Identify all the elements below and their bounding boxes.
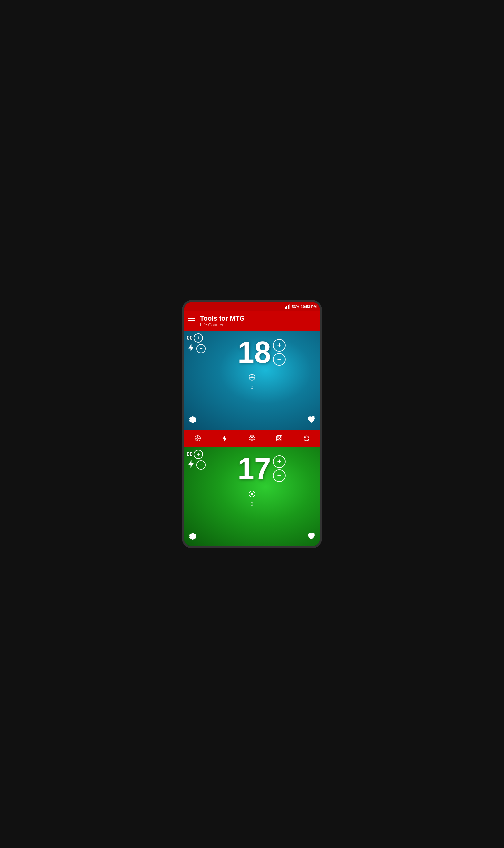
toolbar-dice-btn[interactable] xyxy=(273,432,286,445)
player2-panel: 00 + − 17 + − xyxy=(184,447,320,546)
player1-cmd-minus[interactable]: − xyxy=(196,344,206,353)
svg-point-21 xyxy=(251,437,253,439)
svg-point-30 xyxy=(251,493,253,495)
phone-frame: 53% 10:53 PM Tools for MTG Life Counter … xyxy=(182,300,322,548)
svg-point-27 xyxy=(279,438,280,439)
player1-token-icon[interactable] xyxy=(188,415,197,426)
player2-center-area: 0 xyxy=(248,490,256,507)
player2-poison: 0 xyxy=(251,501,253,507)
player1-life-area: 18 + − xyxy=(238,337,286,367)
player1-content: 00 + − 18 + − xyxy=(184,331,320,430)
svg-point-24 xyxy=(280,437,281,438)
player2-cmd-minus[interactable]: − xyxy=(196,460,206,470)
svg-point-13 xyxy=(191,418,194,421)
player1-bottom-bar xyxy=(184,413,320,428)
player2-lightning-icon xyxy=(187,460,195,470)
player2-cmd-count: 00 xyxy=(187,451,193,457)
player1-phyrexia-icon xyxy=(248,373,256,383)
svg-marker-0 xyxy=(188,344,193,351)
player1-life-minus[interactable]: − xyxy=(273,353,286,366)
player2-life-minus[interactable]: − xyxy=(273,469,286,482)
svg-point-15 xyxy=(197,438,198,439)
toolbar-phyrexia-btn[interactable] xyxy=(191,432,204,445)
player2-phyrexia-icon xyxy=(248,490,256,500)
app-title: Tools for MTG xyxy=(200,314,245,322)
player1-cmd-minus-row: − xyxy=(187,343,206,354)
player2-life-controls: + − xyxy=(273,455,286,482)
svg-point-25 xyxy=(277,439,278,440)
time-text: 10:53 PM xyxy=(301,305,317,309)
player1-cmd-count: 00 xyxy=(187,335,193,341)
hamburger-line xyxy=(188,323,195,324)
app-title-block: Tools for MTG Life Counter xyxy=(200,314,245,328)
player1-reset-icon[interactable] xyxy=(307,415,316,426)
player1-lightning-icon xyxy=(187,343,195,354)
toolbar-settings-btn[interactable] xyxy=(245,432,259,445)
player1-life: 18 xyxy=(238,337,271,367)
player1-life-controls: + − xyxy=(273,339,286,366)
player1-center-area: 0 xyxy=(248,373,256,390)
toolbar-refresh-btn[interactable] xyxy=(300,432,313,445)
svg-marker-28 xyxy=(188,460,193,468)
svg-point-23 xyxy=(277,437,278,438)
battery-text: 53% xyxy=(292,305,299,309)
player2-commander-area: 00 + − xyxy=(187,450,206,470)
hamburger-line xyxy=(188,320,195,321)
player2-cmd-minus-row: − xyxy=(187,460,206,470)
player2-reset-icon[interactable] xyxy=(307,532,316,543)
app-subtitle: Life Counter xyxy=(200,322,245,328)
toolbar-storm-btn[interactable] xyxy=(218,432,231,445)
player1-panel: 00 + − 18 + − xyxy=(184,331,320,430)
menu-button[interactable] xyxy=(188,318,195,324)
player2-cmd-count-row: 00 + xyxy=(187,450,203,459)
svg-point-26 xyxy=(280,439,281,440)
player2-life: 17 xyxy=(238,454,271,484)
player1-poison: 0 xyxy=(251,385,253,390)
svg-marker-20 xyxy=(223,435,227,441)
player2-bottom-bar xyxy=(184,530,320,545)
player1-cmd-count-row: 00 + xyxy=(187,333,203,343)
app-bar: Tools for MTG Life Counter xyxy=(184,311,320,331)
player2-cmd-plus[interactable]: + xyxy=(194,450,203,459)
player2-content: 00 + − 17 + − xyxy=(184,447,320,546)
signal-icon xyxy=(285,304,290,309)
svg-point-41 xyxy=(191,535,194,538)
middle-toolbar xyxy=(184,430,320,447)
hamburger-line xyxy=(188,318,195,319)
player1-commander-area: 00 + − xyxy=(187,333,206,354)
svg-point-2 xyxy=(251,377,253,378)
player1-cmd-plus[interactable]: + xyxy=(194,333,203,343)
player2-life-area: 17 + − xyxy=(238,454,286,484)
status-bar: 53% 10:53 PM xyxy=(184,302,320,311)
player2-life-plus[interactable]: + xyxy=(273,455,286,468)
player1-life-plus[interactable]: + xyxy=(273,339,286,352)
player2-token-icon[interactable] xyxy=(188,532,197,543)
